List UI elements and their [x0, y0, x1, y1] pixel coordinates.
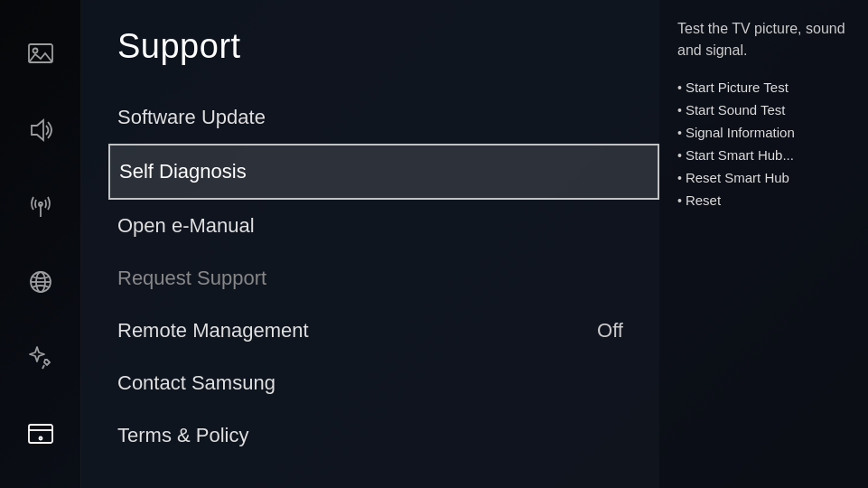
- menu-list: Software UpdateSelf DiagnosisOpen e-Manu…: [117, 91, 659, 462]
- menu-item-label: Request Support: [117, 267, 266, 290]
- menu-item-software-update[interactable]: Software Update: [117, 91, 659, 144]
- antenna-icon: [26, 192, 55, 221]
- menu-item-label: Remote Management: [117, 319, 309, 343]
- sidebar-item-support[interactable]: [15, 408, 66, 459]
- sidebar-item-system[interactable]: [15, 333, 66, 383]
- svg-marker-2: [32, 120, 43, 140]
- svg-point-1: [33, 49, 37, 53]
- menu-item-label: Contact Samsung: [117, 371, 275, 395]
- menu-item-label: Terms & Policy: [117, 424, 248, 447]
- sound-icon: [26, 116, 55, 145]
- menu-item-contact-samsung[interactable]: Contact Samsung: [117, 357, 659, 409]
- menu-item-open-emanual[interactable]: Open e-Manual: [117, 200, 659, 252]
- menu-item-label: Self Diagnosis: [119, 160, 247, 183]
- svg-line-8: [42, 365, 44, 369]
- menu-item-request-support: Request Support: [117, 252, 659, 305]
- support-icon: [26, 419, 55, 448]
- sidebar-item-network[interactable]: [15, 257, 66, 307]
- menu-item-terms-policy[interactable]: Terms & Policy: [117, 409, 659, 462]
- bullet-item: Signal Information: [677, 125, 850, 140]
- bullet-list: Start Picture TestStart Sound TestSignal…: [677, 80, 850, 215]
- bullet-item: Start Smart Hub...: [677, 147, 850, 163]
- menu-item-self-diagnosis[interactable]: Self Diagnosis: [108, 144, 659, 200]
- sidebar-item-broadcast[interactable]: [15, 181, 66, 231]
- sidebar-item-sound[interactable]: [15, 105, 66, 155]
- bullet-item: Start Sound Test: [677, 102, 850, 117]
- picture-icon: [26, 40, 55, 69]
- bullet-item: Start Picture Test: [677, 80, 850, 95]
- menu-item-value: Off: [597, 319, 623, 343]
- network-icon: [26, 267, 55, 296]
- main-content: Support Software UpdateSelf DiagnosisOpe…: [81, 0, 659, 488]
- sidebar-item-picture[interactable]: [15, 29, 66, 80]
- menu-item-label: Open e-Manual: [117, 214, 255, 238]
- sidebar: [0, 0, 81, 488]
- menu-item-label: Software Update: [117, 106, 266, 129]
- menu-item-remote-management[interactable]: Remote ManagementOff: [117, 305, 659, 357]
- bullet-item: Reset Smart Hub: [677, 170, 850, 185]
- page-title: Support: [117, 27, 659, 66]
- bullet-item: Reset: [677, 192, 850, 208]
- svg-point-11: [39, 437, 42, 440]
- tools-icon: [26, 343, 55, 372]
- right-panel: Test the TV picture, sound and signal. S…: [659, 0, 868, 488]
- panel-description: Test the TV picture, sound and signal.: [677, 18, 850, 61]
